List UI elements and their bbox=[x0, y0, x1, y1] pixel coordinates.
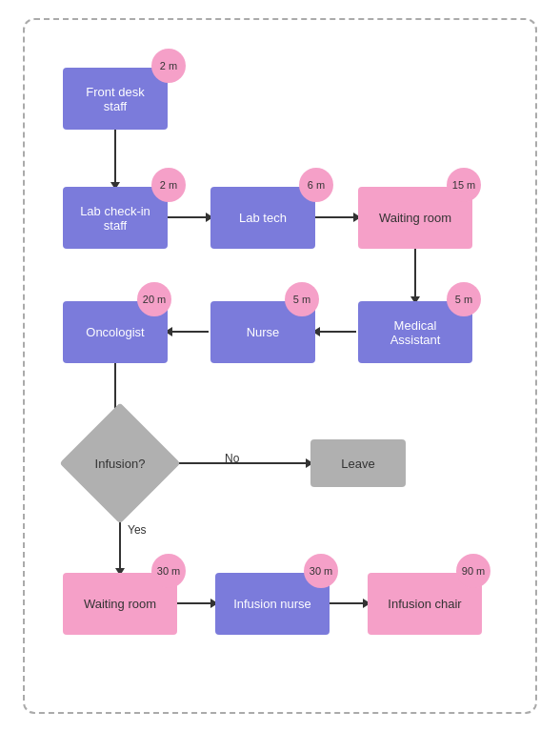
infusion-chair-time-bubble: 90 m bbox=[456, 554, 490, 588]
infusion-nurse-time-bubble: 30 m bbox=[304, 554, 338, 588]
medical-assistant-time-bubble: 5 m bbox=[447, 282, 481, 316]
lab-checkin-time-bubble: 2 m bbox=[151, 168, 186, 202]
oncologist-time-bubble: 20 m bbox=[137, 282, 171, 316]
front-desk-node: Front desk staff bbox=[63, 68, 168, 130]
front-desk-time-bubble: 2 m bbox=[151, 49, 186, 83]
waiting-room1-time-bubble: 15 m bbox=[447, 168, 481, 202]
diamond-label: Infusion? bbox=[77, 420, 163, 506]
leave-node: Leave bbox=[310, 439, 406, 487]
yes-label: Yes bbox=[128, 523, 147, 537]
no-label: No bbox=[225, 452, 239, 465]
diagram-container: Front desk staff Lab check-in staff Lab … bbox=[23, 18, 537, 714]
nurse-time-bubble: 5 m bbox=[285, 282, 319, 316]
lab-tech-time-bubble: 6 m bbox=[299, 168, 333, 202]
lab-checkin-node: Lab check-in staff bbox=[63, 187, 168, 249]
infusion-decision-node: Infusion? bbox=[77, 420, 163, 506]
lab-tech-node: Lab tech bbox=[210, 187, 315, 249]
waiting-room2-time-bubble: 30 m bbox=[151, 554, 186, 588]
